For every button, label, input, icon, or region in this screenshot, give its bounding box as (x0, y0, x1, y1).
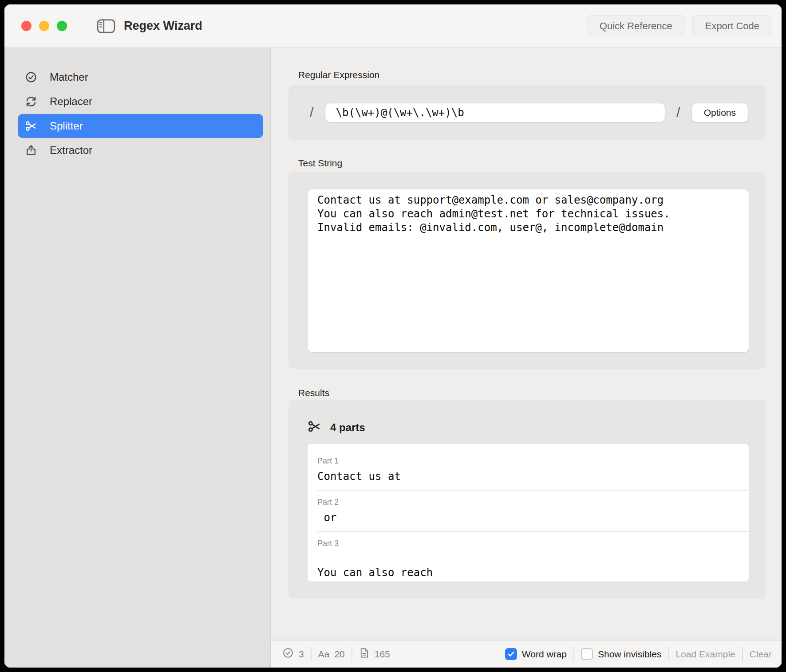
statusbar-divider (668, 647, 669, 661)
statusbar: 3 Aa 20 (271, 640, 782, 668)
clear-button[interactable]: Clear (750, 649, 772, 660)
statusbar-stats: 3 Aa 20 (282, 647, 390, 661)
scissors-icon (25, 120, 37, 132)
window-title: Regex Wizard (124, 19, 202, 33)
statusbar-divider (352, 647, 352, 661)
scissors-icon (308, 420, 321, 435)
sidebar-item-label: Splitter (50, 120, 83, 132)
close-window-button[interactable] (21, 21, 32, 31)
sidebar-item-label: Extractor (50, 144, 92, 157)
regex-panel: / / Options (288, 85, 766, 140)
word-wrap-checkbox[interactable] (505, 648, 517, 660)
part-divider (317, 531, 749, 532)
font-size-icon: Aa (318, 649, 330, 660)
show-invisibles-toggle[interactable]: Show invisibles (581, 648, 662, 660)
test-string-section-label: Test String (298, 158, 766, 169)
part-value: You can also reach (317, 552, 739, 580)
arrows-cycle-icon (25, 95, 37, 108)
sidebar-toggle-icon[interactable] (96, 18, 116, 34)
test-string-editor[interactable]: Contact us at support@example.com or sal… (308, 189, 749, 352)
sidebar-item-label: Matcher (50, 71, 88, 83)
titlebar-actions: Quick Reference Export Code (587, 15, 772, 37)
statusbar-controls: Word wrap Show invisibles Load Example C… (505, 647, 772, 661)
sidebar-item-matcher[interactable]: Matcher (18, 65, 263, 89)
results-parts-count: 4 parts (330, 421, 365, 434)
checkmark-circle-icon (25, 71, 37, 83)
part-label: Part 1 (317, 456, 739, 466)
char-count-value: 165 (375, 649, 390, 660)
sidebar-item-label: Replacer (50, 95, 92, 108)
regex-pattern-input[interactable] (325, 103, 665, 122)
results-header: 4 parts (308, 420, 749, 435)
font-size-stat: Aa 20 (318, 649, 345, 660)
export-code-button[interactable]: Export Code (692, 15, 772, 37)
match-count-value: 3 (299, 649, 304, 660)
sidebar-item-extractor[interactable]: Extractor (18, 138, 263, 162)
sidebar-item-splitter[interactable]: Splitter (18, 114, 263, 138)
statusbar-divider (573, 647, 574, 661)
results-section-label: Results (298, 388, 766, 398)
minimize-window-button[interactable] (39, 21, 49, 31)
app-window: Regex Wizard Quick Reference Export Code… (4, 4, 782, 668)
regex-open-delimiter: / (310, 105, 314, 121)
zoom-window-button[interactable] (57, 21, 67, 31)
show-invisibles-checkbox[interactable] (581, 648, 593, 660)
check-circle-icon (282, 647, 294, 661)
show-invisibles-label: Show invisibles (598, 649, 662, 660)
part-label: Part 2 (317, 498, 739, 507)
traffic-lights (21, 21, 67, 31)
sidebar-item-replacer[interactable]: Replacer (18, 90, 263, 114)
font-size-value: 20 (334, 649, 344, 660)
document-icon (359, 647, 370, 661)
word-wrap-label: Word wrap (522, 649, 567, 660)
main-area: Regular Expression / / Options Test Stri… (271, 48, 782, 668)
statusbar-divider (742, 647, 743, 661)
results-panel: 4 parts Part 1 Contact us at Part 2 or P… (288, 400, 766, 598)
quick-reference-button[interactable]: Quick Reference (587, 15, 685, 37)
sidebar: Matcher Replacer (4, 48, 271, 668)
regex-section-label: Regular Expression (298, 70, 766, 80)
regex-close-delimiter: / (676, 105, 680, 121)
titlebar: Regex Wizard Quick Reference Export Code (4, 4, 782, 48)
load-example-button[interactable]: Load Example (676, 649, 735, 660)
part-divider (317, 490, 749, 491)
test-string-panel: Contact us at support@example.com or sal… (288, 172, 766, 369)
share-icon (25, 144, 37, 157)
main-scroll[interactable]: Regular Expression / / Options Test Stri… (271, 48, 782, 640)
results-parts-card[interactable]: Part 1 Contact us at Part 2 or Part 3 Yo… (308, 444, 749, 582)
regex-options-button[interactable]: Options (692, 103, 748, 122)
word-wrap-toggle[interactable]: Word wrap (505, 648, 567, 660)
statusbar-divider (311, 647, 312, 661)
part-value: or (317, 511, 739, 525)
part-value: Contact us at (317, 470, 739, 483)
char-count-stat: 165 (359, 647, 390, 661)
part-label: Part 3 (317, 539, 739, 549)
match-count-stat: 3 (282, 647, 304, 661)
